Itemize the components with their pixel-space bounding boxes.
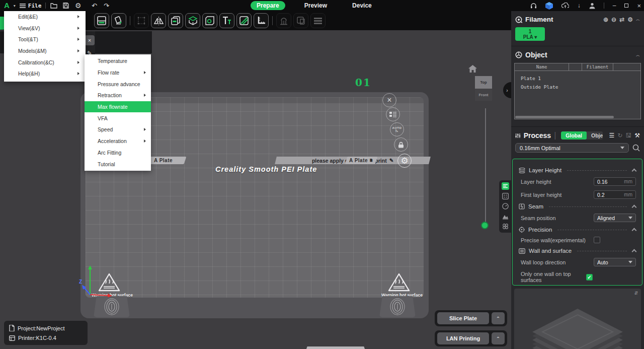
one-wall-top-checkbox[interactable]: ✓ (586, 274, 593, 281)
preview-filter-icon[interactable]: ⇵ (634, 291, 638, 296)
restore-button[interactable] (624, 4, 628, 8)
precise-wall-checkbox[interactable] (594, 237, 600, 243)
menu-item-edit[interactable]: Edit(&E) (4, 11, 86, 23)
filament-collapse-button[interactable]: ︿ (636, 17, 640, 22)
layers-view-button[interactable] (502, 182, 509, 190)
view-cube[interactable]: Top Front (475, 76, 492, 101)
tab-device[interactable]: Device (346, 1, 378, 10)
process-settings-panel[interactable]: Layer Height Layer height 0.16 mm First … (512, 159, 642, 286)
print-options-button[interactable]: ⌃ (492, 332, 505, 344)
tab-prepare[interactable]: Prepare (251, 1, 285, 10)
sidebar-collapse-handle[interactable]: › (503, 82, 511, 98)
group-layer-height[interactable]: Layer Height (519, 167, 636, 173)
submenu-item-speed[interactable]: Speed (85, 124, 151, 135)
measure-tool[interactable] (254, 13, 269, 28)
cut-tool[interactable] (293, 13, 308, 28)
transform-tool[interactable] (134, 13, 149, 28)
slice-preview-panel[interactable]: ⇵ (514, 289, 641, 349)
terrain-view-button[interactable] (502, 213, 509, 220)
plate-layout-tool[interactable] (94, 13, 109, 28)
panel-close-button[interactable]: × (85, 35, 95, 45)
menu-item-view[interactable]: View(&V) (4, 23, 86, 34)
chevron-up-icon[interactable] (632, 249, 637, 254)
object-table[interactable]: Name Filament Plate 1 Outside Plate (514, 63, 641, 119)
chevron-up-icon[interactable] (632, 205, 637, 210)
plate-settings-button[interactable]: ⚙ (397, 154, 412, 168)
layer-list-tool[interactable] (310, 13, 326, 28)
group-wall-surface[interactable]: Wall and surface (519, 248, 636, 254)
grid-view-button[interactable] (502, 192, 509, 200)
zoom-slider-knob[interactable] (481, 222, 489, 229)
submenu-item-pressure-advance[interactable]: Pressure advance (85, 78, 151, 90)
seam-position-select[interactable]: Aligned (594, 214, 636, 222)
pattern-tool[interactable] (236, 13, 252, 28)
view-cube-top[interactable]: Top (475, 76, 492, 89)
object-table-scrollbar[interactable] (515, 116, 614, 118)
submenu-item-temperature[interactable]: Temperature (85, 55, 151, 67)
chevron-up-icon[interactable] (632, 169, 637, 174)
split-object-tool[interactable] (185, 13, 200, 28)
delete-plate-button[interactable]: × (382, 93, 396, 107)
submenu-item-retraction[interactable]: Retraction (85, 90, 151, 101)
layer-height-input[interactable]: 0.16 mm (594, 177, 636, 186)
object-row-outside[interactable]: Outside Plate (521, 83, 640, 91)
filament-slot-button[interactable]: 1 PLA ▾ (515, 27, 545, 41)
preset-dropdown[interactable]: 0.16mm Optimal (515, 143, 629, 153)
remove-filament-button[interactable]: ⊖ (611, 17, 616, 23)
lay-flat-tool[interactable] (111, 13, 126, 28)
first-layer-height-input[interactable]: 0.2 mm (594, 190, 636, 199)
reset-params-button[interactable]: ↻ (617, 132, 622, 138)
sync-filament-button[interactable]: ⇄ (619, 17, 624, 23)
zoom-slider-track[interactable] (485, 108, 486, 224)
plate-list-button[interactable] (386, 107, 400, 121)
scope-global-tab[interactable]: Global (561, 131, 587, 139)
menu-item-tool[interactable]: Tool(&T) (4, 34, 86, 45)
submenu-item-tutorial[interactable]: Tutorial (85, 158, 151, 170)
apps-view-button[interactable] (502, 223, 509, 230)
menu-item-help[interactable]: Help(&H) (4, 68, 86, 80)
mirror-tool[interactable] (151, 13, 166, 28)
download-button[interactable]: ↓ (578, 2, 581, 9)
menu-item-calibration[interactable]: Calibration(&C) (4, 56, 86, 68)
home-view-button[interactable] (468, 65, 477, 73)
undo-button[interactable]: ↶ (90, 2, 98, 10)
chevron-up-icon[interactable] (632, 228, 637, 233)
submenu-item-acceleration[interactable]: Acceleration (85, 135, 151, 147)
save-button[interactable] (62, 3, 70, 9)
submenu-item-vfa[interactable]: VFA (85, 112, 151, 124)
slice-options-button[interactable]: ⌃ (492, 312, 505, 324)
logo-chevron-icon[interactable]: ▾ (14, 4, 16, 8)
group-seam[interactable]: Seam (519, 203, 636, 210)
gauge-view-button[interactable] (502, 202, 509, 210)
auto-orient-button[interactable]: AUTO◺ (390, 122, 404, 136)
view-cube-front[interactable]: Front (475, 89, 492, 101)
submenu-item-arc-fitting[interactable]: Arc Fitting (85, 147, 151, 159)
submenu-item-max-flowrate[interactable]: Max flowrate (85, 101, 151, 113)
lan-printing-button[interactable]: LAN Printing (437, 332, 489, 344)
support-tool[interactable] (276, 13, 291, 28)
filament-settings-button[interactable]: ⚙ (627, 17, 633, 23)
advanced-params-button[interactable]: ⚒ (634, 132, 640, 138)
clone-tool[interactable] (168, 13, 183, 28)
account-button[interactable] (589, 3, 595, 9)
hollow-tool[interactable] (202, 13, 217, 28)
redo-button[interactable]: ↷ (102, 2, 110, 10)
slice-plate-button[interactable]: Slice Plate (437, 312, 489, 324)
settings-button[interactable]: ⚙ (74, 2, 82, 10)
plate-tab-right[interactable]: A Plate 🗎 (345, 157, 378, 164)
cloud-upload-button[interactable] (561, 3, 569, 9)
object-collapse-button[interactable]: ︿ (636, 52, 640, 58)
menu-item-models[interactable]: Models(&M) (4, 45, 86, 57)
submenu-item-flow-rate[interactable]: Flow rate (85, 67, 151, 79)
minimize-button[interactable]: – (613, 2, 616, 9)
group-precision[interactable]: Precision (519, 227, 636, 233)
lock-plate-button[interactable] (394, 137, 408, 152)
param-list-button[interactable]: ☰ (609, 132, 614, 138)
file-menu-button[interactable]: File (20, 3, 42, 9)
scope-object-tab[interactable]: Object (587, 131, 603, 139)
wall-loop-direction-select[interactable]: Auto (594, 258, 636, 266)
support-button[interactable] (530, 3, 537, 9)
object-row-plate1[interactable]: Plate 1 (521, 74, 640, 83)
search-params-button[interactable] (632, 144, 640, 152)
open-file-button[interactable] (50, 3, 58, 9)
